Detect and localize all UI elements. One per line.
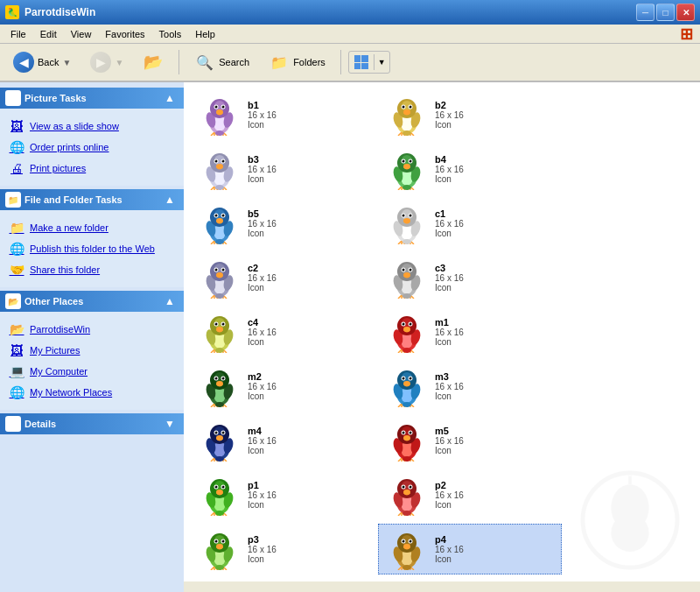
sidebar-section-details: ℹ Details ▼ — [0, 413, 184, 434]
views-main[interactable] — [349, 52, 374, 73]
file-size-b3: 16 x 16 — [248, 165, 276, 174]
file-item-c4[interactable]: c4 16 x 16 Icon — [191, 307, 374, 357]
file-item-b1[interactable]: b1 16 x 16 Icon — [191, 89, 374, 140]
menu-tools[interactable]: Tools — [152, 27, 189, 41]
my-pictures-label: My Pictures — [30, 345, 80, 356]
parrotdise-label: ParrotdiseWin — [30, 324, 90, 335]
file-item-b5[interactable]: b5 16 x 16 Icon — [191, 198, 374, 249]
svg-point-338 — [222, 540, 223, 541]
file-size-c3: 16 x 16 — [435, 273, 464, 283]
file-item-c3[interactable]: c3 16 x 16 Icon — [378, 252, 562, 303]
sidebar-header-details[interactable]: ℹ Details ▼ — [0, 413, 184, 434]
file-info-b1: b1 16 x 16 Icon — [248, 100, 276, 130]
share-label: Share this folder — [30, 264, 100, 275]
network-places-label: My Network Places — [30, 387, 112, 398]
file-item-b2[interactable]: b2 16 x 16 Icon — [378, 89, 562, 140]
close-button[interactable]: ✕ — [676, 4, 695, 21]
sidebar: 🖼 Picture Tasks ▲ 🖼 View as a slide show… — [0, 82, 184, 592]
file-tasks-icon: 📁 — [5, 192, 21, 208]
forward-button[interactable]: ▶ ▼ — [82, 47, 131, 77]
file-type-p3: Icon — [248, 554, 276, 564]
file-icon-p1 — [199, 474, 241, 516]
file-size-p4: 16 x 16 — [435, 545, 464, 554]
svg-point-237 — [402, 377, 403, 378]
file-info-b4: b4 16 x 16 Icon — [435, 154, 464, 184]
svg-point-77 — [402, 160, 403, 161]
search-button[interactable]: 🔍 Search — [186, 47, 257, 77]
menu-help[interactable]: Help — [188, 27, 222, 41]
svg-point-178 — [222, 323, 223, 324]
svg-point-79 — [402, 185, 411, 190]
file-icon-c3 — [386, 257, 428, 299]
sidebar-item-network-places[interactable]: 🌐 My Network Places — [5, 382, 178, 403]
file-item-c2[interactable]: c2 16 x 16 Icon — [191, 252, 374, 303]
folders-icon: 📁 — [269, 52, 290, 73]
order-prints-icon: 🌐 — [9, 139, 24, 155]
file-info-m3: m3 16 x 16 Icon — [435, 371, 464, 401]
file-item-c1[interactable]: c1 16 x 16 Icon — [378, 198, 562, 249]
sidebar-item-new-folder[interactable]: 📁 Make a new folder — [5, 217, 178, 238]
file-item-m2[interactable]: m2 16 x 16 Icon — [191, 361, 374, 412]
sidebar-item-slideshow[interactable]: 🖼 View as a slide show — [5, 116, 178, 137]
sidebar-header-other-places[interactable]: 📂 Other Places ▲ — [0, 291, 184, 312]
file-info-p2: p2 16 x 16 Icon — [435, 480, 464, 510]
menu-edit[interactable]: Edit — [33, 27, 64, 41]
back-button[interactable]: ◀ Back ▼ — [5, 47, 79, 77]
file-type-m5: Icon — [435, 446, 464, 455]
file-name-m2: m2 — [248, 371, 276, 382]
file-name-m5: m5 — [435, 426, 464, 436]
file-item-p4[interactable]: p4 16 x 16 Icon — [378, 524, 562, 574]
content-wrapper: b1 16 x 16 Icon b2 16 x — [184, 82, 700, 592]
sidebar-header-file-tasks[interactable]: 📁 File and Folder Tasks ▲ — [0, 189, 184, 210]
back-label: Back — [38, 57, 59, 67]
menu-view[interactable]: View — [64, 27, 99, 41]
minimize-button[interactable]: ─ — [636, 4, 654, 21]
sidebar-item-my-pictures[interactable]: 🖼 My Pictures — [5, 340, 178, 361]
folders-button[interactable]: 📁 Folders — [261, 47, 333, 77]
sidebar-item-print[interactable]: 🖨 Print pictures — [5, 158, 178, 179]
folders-label: Folders — [293, 57, 326, 67]
picture-tasks-content: 🖼 View as a slide show 🌐 Order prints on… — [0, 109, 184, 186]
file-name-c1: c1 — [435, 208, 464, 219]
forward-arrow-icon: ▼ — [115, 58, 123, 67]
views-icon — [354, 55, 368, 69]
sidebar-header-picture-tasks[interactable]: 🖼 Picture Tasks ▲ — [0, 88, 184, 109]
file-icon-m2 — [199, 365, 241, 407]
file-item-b4[interactable]: b4 16 x 16 Icon — [378, 144, 562, 194]
search-label: Search — [219, 57, 249, 67]
file-item-p3[interactable]: p3 16 x 16 Icon — [191, 524, 374, 574]
file-item-b3[interactable]: b3 16 x 16 Icon — [191, 144, 374, 194]
sidebar-item-my-computer[interactable]: 💻 My Computer — [5, 361, 178, 382]
file-name-c4: c4 — [248, 317, 276, 328]
file-item-m1[interactable]: m1 16 x 16 Icon — [378, 307, 562, 357]
file-item-p2[interactable]: p2 16 x 16 Icon — [378, 469, 562, 520]
share-icon: 🤝 — [9, 262, 24, 278]
menu-file[interactable]: File — [4, 27, 33, 41]
maximize-button[interactable]: □ — [656, 4, 675, 21]
sidebar-item-order-prints[interactable]: 🌐 Order prints online — [5, 137, 178, 158]
svg-point-17 — [215, 106, 216, 107]
sidebar-item-share[interactable]: 🤝 Share this folder — [5, 259, 178, 280]
svg-point-78 — [410, 160, 410, 161]
file-info-m2: m2 16 x 16 Icon — [248, 371, 276, 401]
sidebar-item-publish[interactable]: 🌐 Publish this folder to the Web — [5, 238, 178, 259]
svg-point-138 — [222, 269, 223, 270]
menu-bar: File Edit View Favorites Tools Help ⊞ — [0, 25, 700, 44]
file-type-p4: Icon — [435, 554, 464, 564]
views-dropdown-arrow[interactable]: ▼ — [374, 54, 389, 70]
up-button[interactable]: 📂 — [135, 47, 172, 77]
file-item-m3[interactable]: m3 16 x 16 Icon — [378, 361, 562, 412]
svg-point-119 — [402, 239, 411, 244]
svg-point-218 — [222, 377, 223, 378]
svg-point-297 — [215, 486, 216, 487]
toolbar: ◀ Back ▼ ▶ ▼ 📂 🔍 Search 📁 Folders ▼ — [0, 44, 700, 82]
svg-point-158 — [410, 269, 410, 270]
file-item-p1[interactable]: p1 16 x 16 Icon — [191, 469, 374, 520]
back-icon: ◀ — [13, 52, 34, 73]
views-button[interactable]: ▼ — [348, 51, 390, 74]
file-item-m4[interactable]: m4 16 x 16 Icon — [191, 415, 374, 466]
menu-favorites[interactable]: Favorites — [98, 27, 151, 41]
sidebar-item-parrotdise[interactable]: 📂 ParrotdiseWin — [5, 319, 178, 340]
file-item-m5[interactable]: m5 16 x 16 Icon — [378, 415, 562, 466]
file-icon-b3 — [199, 148, 241, 190]
